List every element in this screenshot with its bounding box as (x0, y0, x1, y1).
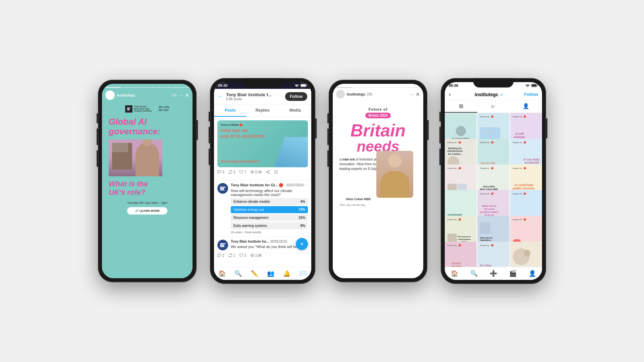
bar-seg-3 (370, 87, 386, 88)
story-segment-4 (156, 87, 172, 88)
tweet2-like[interactable]: 3 (239, 253, 246, 257)
svg-point-4 (297, 87, 297, 87)
power-button (427, 120, 429, 140)
phone-3: Institutegc 23h ··· ✕ Future of Britain … (329, 80, 427, 282)
poll-pct-2: 73% (299, 208, 305, 212)
tweet2-rt[interactable]: 1 (228, 253, 235, 257)
britain-story-screen: Institutegc 23h ··· ✕ Future of Britain … (333, 84, 423, 278)
poll-option-4[interactable]: Early warning systems 8% (231, 222, 308, 229)
phone-2: 09:30 ← Tony Blair Institute f... 5.8K p… (210, 78, 315, 284)
poll-option-3[interactable]: Resource management 15% (231, 214, 308, 221)
story3-avatar (336, 90, 345, 99)
ig-grid-tabs: ⊞ ▶ 👤 (445, 100, 542, 113)
twitter-screen: 09:30 ← Tony Blair Institute f... 5.8K p… (214, 82, 311, 280)
back-arrow-icon[interactable]: ← (218, 94, 223, 100)
tweet-image-overlay: Future of Britain 🔴 How can weuse AI to … (221, 124, 305, 139)
volume-up-button (209, 127, 210, 143)
ig-back-icon[interactable]: ‹ (449, 91, 451, 98)
tweet-image-subtitle: the energy transition? (221, 159, 260, 163)
reply-action[interactable]: 3 (217, 170, 224, 174)
tweet2-area: Tony Blair Institute for... 30/06/2024 W… (214, 237, 311, 267)
battery-icon (301, 84, 307, 87)
svg-rect-19 (220, 243, 225, 244)
story3-close[interactable]: ✕ (416, 91, 420, 98)
views-count: 5.3K (255, 170, 262, 174)
svg-point-11 (269, 173, 270, 174)
tab-reels[interactable]: ▶ (477, 100, 510, 113)
reply-count: 3 (222, 170, 224, 174)
nav-post[interactable]: ✏️ (247, 270, 263, 277)
poll-option-2[interactable]: Optimise energy use 73% (231, 206, 308, 213)
ig-username: institutegc ✓ (453, 92, 524, 97)
tab-tagged[interactable]: 👤 (509, 100, 542, 113)
like-action[interactable]: 7 (239, 170, 246, 174)
britain-year-badge: Britain 2024 (365, 113, 391, 118)
tweet-author-name: Tony Blair Institute for Gl... 🔴 (231, 183, 283, 187)
bookmark-action[interactable] (274, 170, 278, 174)
compose-fab-button[interactable]: + (296, 238, 308, 250)
tbi-text: TONY BLAIRINSTITUTE FORGLOBAL CHANGE (134, 106, 152, 112)
grid-cell-17[interactable]: Future of... 🔴 It's timeto... (477, 242, 509, 267)
tweet-image-label: Future of Britain 🔴 (221, 124, 305, 126)
ig-nav-profile[interactable]: 👤 (523, 270, 542, 277)
story-segment-5 (173, 87, 189, 88)
story3-time: 23h (367, 93, 373, 96)
bar-seg-4 (387, 87, 403, 88)
tab-media[interactable]: Media (279, 105, 311, 117)
tab-replies[interactable]: Replies (247, 105, 279, 117)
power-button (197, 120, 198, 140)
volume-down-button (209, 148, 210, 165)
svg-point-9 (269, 170, 270, 171)
tweet-card-image: Future of Britain 🔴 How can weuse AI to … (214, 117, 311, 180)
ig-nav-create[interactable]: ➕ (484, 270, 503, 277)
phone4-notch (473, 78, 514, 87)
svg-rect-2 (127, 109, 129, 109)
tweet2-reply[interactable]: 2 (217, 253, 224, 257)
ig-nav-search[interactable]: 🔍 (464, 270, 484, 277)
poll-label-2: Optimise energy use (233, 208, 264, 212)
tweet2-date: 30/06/2024 (270, 240, 287, 243)
svg-rect-20 (220, 245, 224, 246)
phone-4: 09:26 ‹ institutegc ✓ Follow ⊞ ▶ 👤 (441, 78, 546, 284)
poll-pct-1: 4% (301, 200, 305, 203)
retweet-action[interactable]: 3 (228, 170, 235, 174)
phone4-screen: 09:26 ‹ institutegc ✓ Follow ⊞ ▶ 👤 (445, 82, 542, 280)
ig-nav-reels[interactable]: 🎬 (503, 270, 523, 277)
tab-posts[interactable]: Posts (214, 105, 247, 117)
bar-seg-5 (404, 87, 420, 88)
ig-follow-button[interactable]: Follow (524, 92, 538, 97)
nav-notifications[interactable]: 🔔 (279, 270, 295, 277)
tweet-date: · 01/07/2024 ··· (285, 183, 307, 187)
learn-more-button[interactable]: 🔗 LEARN MORE (127, 207, 167, 215)
follow-button[interactable]: Follow (285, 92, 307, 101)
author2-avatar (217, 240, 228, 250)
volume-down-button (327, 150, 329, 167)
story-close-icon[interactable]: ✕ (185, 92, 189, 99)
ig-nav-home[interactable]: 🏠 (445, 270, 464, 277)
mute-button (97, 113, 98, 123)
logo-divider (155, 106, 155, 112)
nav-messages[interactable]: ✉️ (295, 270, 311, 277)
profile-name: Tony Blair Institute f... (226, 92, 282, 97)
svg-point-10 (267, 172, 268, 173)
future-of-label: Future of (339, 107, 417, 111)
tab-grid[interactable]: ⊞ (445, 100, 477, 113)
britain-needs-text: Britain needs (333, 122, 423, 154)
nav-people[interactable]: 👥 (263, 270, 279, 277)
story3-dots[interactable]: ··· (410, 92, 414, 97)
story-more-icon[interactable]: ··· (179, 93, 183, 98)
phone-1: Institutegc 23h ··· ✕ TO (98, 80, 197, 282)
poll-label-1: Enhance climate models (233, 200, 270, 203)
share-action[interactable] (266, 170, 270, 174)
grid-cell-16[interactable]: Future of... 🔴 AI toolscan helpgovernmen… (445, 242, 477, 267)
poll-footer: 26 votes · Final results (231, 231, 308, 234)
grid-cell-18[interactable] (510, 242, 542, 267)
phone1-screen: Institutegc 23h ··· ✕ TO (102, 84, 193, 278)
nav-search[interactable]: 🔍 (230, 270, 246, 277)
poll-option-1[interactable]: Enhance climate models 4% (231, 198, 308, 205)
power-button (315, 118, 317, 138)
nav-home[interactable]: 🏠 (214, 270, 230, 277)
tweet2-author: Tony Blair Institute for... (231, 240, 269, 243)
instagram-grid: In conversationwith... Future of... 🔴 (445, 113, 542, 267)
story-speaker-image (109, 139, 162, 176)
